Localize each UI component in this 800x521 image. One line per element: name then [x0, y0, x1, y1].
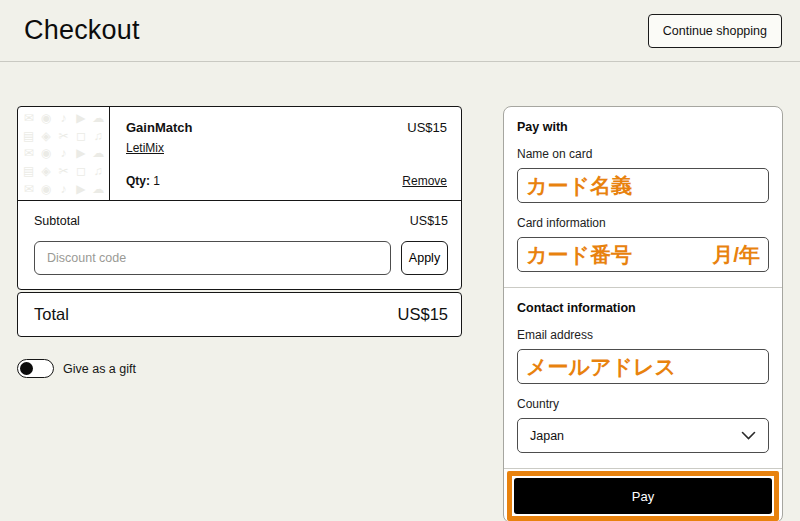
- placeholder-glyph: ◉: [41, 112, 51, 124]
- product-price: US$15: [407, 120, 447, 135]
- placeholder-glyph: ◉: [41, 183, 51, 195]
- placeholder-glyph: ✂: [58, 130, 68, 142]
- discount-code-input[interactable]: [34, 241, 391, 275]
- placeholder-glyph: ✂: [58, 165, 68, 177]
- placeholder-glyph: ◈: [41, 130, 50, 142]
- placeholder-glyph: ▤: [23, 165, 34, 177]
- placeholder-glyph: ◈: [41, 165, 50, 177]
- placeholder-glyph: ♪: [60, 112, 66, 124]
- product-name: GainMatch: [126, 120, 192, 135]
- annotation-highlight-frame: Pay: [507, 471, 779, 521]
- subtotal-label: Subtotal: [34, 214, 80, 228]
- placeholder-glyph: ☁: [92, 112, 104, 124]
- name-on-card-field[interactable]: カード名義: [517, 168, 769, 203]
- toggle-knob-icon: [20, 362, 33, 375]
- placeholder-glyph: ◻: [76, 130, 86, 142]
- product-row: ✉◉♪▶☁▤◈✂◻♫✉◉♪▶☁▤◈✂◻♫✉◉♪▶☁ GainMatch US$1…: [18, 107, 461, 201]
- page-title: Checkout: [24, 15, 140, 46]
- country-value: Japan: [530, 429, 564, 443]
- placeholder-glyph: ◉: [41, 147, 51, 159]
- quantity-value: 1: [153, 174, 160, 188]
- gift-row: Give as a gift: [17, 359, 462, 378]
- remove-item-link[interactable]: Remove: [402, 174, 447, 188]
- expiry-annotation: 月/年: [712, 244, 760, 265]
- placeholder-glyph: ♪: [60, 183, 66, 195]
- placeholder-glyph: ♪: [60, 147, 66, 159]
- placeholder-glyph: ♫: [94, 130, 103, 142]
- order-box: ✉◉♪▶☁▤◈✂◻♫✉◉♪▶☁▤◈✂◻♫✉◉♪▶☁ GainMatch US$1…: [17, 106, 462, 290]
- contact-information-section: Contact information Email address メールアドレ…: [504, 288, 782, 468]
- placeholder-glyph: ◻: [76, 165, 86, 177]
- quantity: Qty: 1: [126, 174, 160, 188]
- product-image-placeholder: ✉◉♪▶☁▤◈✂◻♫✉◉♪▶☁▤◈✂◻♫✉◉♪▶☁: [18, 107, 110, 200]
- chevron-down-icon: [741, 431, 756, 440]
- placeholder-glyph: ▶: [76, 147, 85, 159]
- country-select[interactable]: Japan: [517, 418, 769, 453]
- continue-shopping-button[interactable]: Continue shopping: [648, 14, 782, 48]
- apply-discount-button[interactable]: Apply: [401, 241, 448, 275]
- payment-card: Pay with Name on card カード名義 Card informa…: [503, 106, 783, 521]
- header: Checkout Continue shopping: [0, 0, 800, 62]
- pay-button-section: Pay: [504, 469, 782, 521]
- card-number-annotation: カード番号: [526, 244, 632, 265]
- main-content: ✉◉♪▶☁▤◈✂◻♫✉◉♪▶☁▤◈✂◻♫✉◉♪▶☁ GainMatch US$1…: [0, 62, 800, 521]
- total-label: Total: [34, 305, 69, 324]
- placeholder-glyph: ✉: [24, 112, 34, 124]
- email-label: Email address: [517, 328, 769, 342]
- placeholder-glyph: ☁: [92, 147, 104, 159]
- order-summary: ✉◉♪▶☁▤◈✂◻♫✉◉♪▶☁▤◈✂◻♫✉◉♪▶☁ GainMatch US$1…: [17, 106, 462, 521]
- country-label: Country: [517, 397, 769, 411]
- gift-toggle-label: Give as a gift: [63, 362, 136, 376]
- email-annotation: メールアドレス: [526, 356, 676, 377]
- creator-link[interactable]: LetiMix: [126, 141, 164, 155]
- placeholder-glyph: ▶: [76, 112, 85, 124]
- placeholder-glyph: ▤: [23, 130, 34, 142]
- placeholder-glyph: ✉: [24, 183, 34, 195]
- subtotal-section: Subtotal US$15 Apply: [18, 201, 461, 289]
- contact-information-heading: Contact information: [517, 301, 769, 315]
- product-details: GainMatch US$15 LetiMix Qty: 1 Remove: [110, 107, 461, 200]
- name-on-card-label: Name on card: [517, 147, 769, 161]
- subtotal-value: US$15: [410, 214, 448, 228]
- pay-button[interactable]: Pay: [514, 478, 772, 514]
- placeholder-glyph: ▶: [76, 183, 85, 195]
- name-annotation: カード名義: [526, 175, 632, 196]
- pay-with-section: Pay with Name on card カード名義 Card informa…: [504, 107, 782, 287]
- card-information-label: Card information: [517, 216, 769, 230]
- placeholder-glyph: ♫: [94, 165, 103, 177]
- pay-with-heading: Pay with: [517, 120, 769, 134]
- placeholder-glyph: ☁: [92, 183, 104, 195]
- email-field[interactable]: メールアドレス: [517, 349, 769, 384]
- placeholder-glyph: ✉: [24, 147, 34, 159]
- total-value: US$15: [398, 305, 448, 324]
- gift-toggle[interactable]: [17, 359, 54, 378]
- total-row: Total US$15: [17, 292, 462, 337]
- card-information-field[interactable]: カード番号 月/年: [517, 237, 769, 272]
- payment-panel: Pay with Name on card カード名義 Card informa…: [503, 106, 783, 521]
